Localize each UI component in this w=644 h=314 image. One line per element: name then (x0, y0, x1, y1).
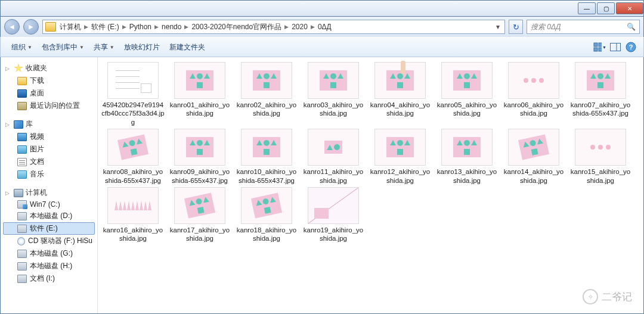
search-placeholder: 搜索 0ΔД (531, 22, 561, 32)
sidebar-item-recent[interactable]: 最近访问的位置 (3, 100, 95, 112)
navigation-sidebar: ▷收藏夹 下载 桌面 最近访问的位置 ▷库 视频 图片 文档 音乐 ▷计算机 W… (1, 57, 98, 313)
svg-rect-3 (599, 48, 602, 51)
sidebar-item-drive-e[interactable]: 软件 (E:) (3, 222, 95, 235)
window-close-button[interactable]: ✕ (616, 2, 643, 14)
file-thumbnail[interactable]: kanro05_akihiro_yoshida.jpg (434, 62, 500, 126)
file-thumbnail[interactable]: kanro01_akihiro_yoshida.jpg (167, 62, 233, 126)
file-thumbnail[interactable]: 459420b2947e9194cfb40ccc75f3a3d4.jpg (100, 62, 166, 126)
breadcrumb-item[interactable]: 0ΔД (318, 23, 332, 31)
file-thumbnail[interactable]: kanro08_akihiro_yoshida-655x437.jpg (100, 129, 166, 185)
music-icon (17, 170, 27, 179)
sidebar-item-drive-g[interactable]: 本地磁盘 (G:) (3, 247, 95, 260)
file-name-label: kanro02_akihiro_yoshida.jpg (235, 101, 298, 118)
file-thumbnail[interactable]: kanro04_akihiro_yoshida.jpg (367, 62, 433, 126)
star-icon (14, 64, 23, 73)
refresh-button[interactable]: ↻ (509, 20, 523, 34)
sidebar-item-drive-c[interactable]: Win7 (C:) (3, 199, 95, 210)
file-thumbnail[interactable]: kanro14_akihiro_yoshida.jpg (501, 129, 566, 185)
file-name-label: kanro18_akihiro_yoshida.jpg (235, 226, 298, 243)
sidebar-item-drive-i[interactable]: 文档 (I:) (3, 272, 95, 285)
svg-text:?: ? (629, 43, 633, 51)
sidebar-group-libraries[interactable]: ▷库 (3, 118, 95, 130)
path-dropdown-icon[interactable]: ▾ (494, 23, 502, 31)
cd-drive-icon (17, 237, 25, 245)
breadcrumb-item[interactable]: nendo (162, 23, 181, 31)
pictures-icon (17, 145, 27, 154)
file-name-label: kanro12_akihiro_yoshida.jpg (369, 167, 432, 185)
command-bar: 组织▼ 包含到库中▼ 共享▼ 放映幻灯片 新建文件夹 ▼ ? (0, 37, 644, 57)
file-thumbnail[interactable]: kanro07_akihiro_yoshida-655x437.jpg (568, 62, 633, 126)
sidebar-item-drive-f[interactable]: CD 驱动器 (F:) HiSu (3, 235, 95, 247)
drive-icon (17, 212, 27, 220)
sidebar-group-computer[interactable]: ▷计算机 (3, 186, 95, 199)
help-button[interactable]: ? (624, 41, 637, 54)
sidebar-item-desktop[interactable]: 桌面 (3, 87, 95, 100)
file-thumbnail[interactable]: kanro03_akihiro_yoshida.jpg (301, 62, 366, 126)
file-name-label: kanro17_akihiro_yoshida.jpg (168, 226, 231, 243)
drive-icon (17, 275, 27, 283)
file-name-label: kanro06_akihiro_yoshida.jpg (502, 101, 565, 118)
file-thumbnail[interactable]: kanro15_akihiro_yoshida.jpg (568, 129, 633, 185)
file-thumbnail[interactable]: kanro10_akihiro_yoshida-655x437.jpg (234, 129, 299, 185)
svg-rect-4 (611, 43, 621, 51)
search-input[interactable]: 搜索 0ΔД 🔍 (527, 20, 640, 34)
sidebar-item-drive-d[interactable]: 本地磁盘 (D:) (3, 210, 95, 222)
include-in-library-menu[interactable]: 包含到库中▼ (37, 40, 89, 55)
file-thumbnail[interactable]: kanro16_akihiro_yoshida.jpg (100, 187, 166, 243)
sidebar-item-music[interactable]: 音乐 (3, 168, 95, 181)
drive-icon (17, 250, 27, 258)
new-folder-button[interactable]: 新建文件夹 (165, 40, 210, 55)
sidebar-item-drive-h[interactable]: 本地磁盘 (H:) (3, 260, 95, 272)
breadcrumb-item[interactable]: Python (129, 23, 151, 31)
breadcrumb-item[interactable]: 2003-2020年nendo官网作品 (191, 22, 281, 32)
sidebar-item-videos[interactable]: 视频 (3, 130, 95, 143)
file-name-label: kanro05_akihiro_yoshida.jpg (435, 101, 499, 118)
nav-back-button[interactable]: ◄ (4, 19, 20, 35)
video-icon (17, 133, 27, 141)
sidebar-item-pictures[interactable]: 图片 (3, 143, 95, 156)
file-name-label: kanro03_akihiro_yoshida.jpg (302, 101, 365, 118)
computer-icon (14, 189, 23, 197)
file-thumbnail[interactable]: kanro09_akihiro_yoshida-655x437.jpg (167, 129, 233, 185)
slideshow-button[interactable]: 放映幻灯片 (119, 40, 165, 55)
search-icon[interactable]: 🔍 (627, 23, 636, 31)
breadcrumb-item[interactable]: 2020 (292, 23, 308, 31)
file-name-label: kanro15_akihiro_yoshida.jpg (569, 167, 632, 185)
file-name-label: kanro04_akihiro_yoshida.jpg (369, 101, 432, 118)
breadcrumb-path[interactable]: 计算机▶ 软件 (E:)▶ Python▶ nendo▶ 2003-2020年n… (42, 20, 505, 34)
window-minimize-button[interactable]: — (578, 2, 596, 14)
file-name-label: kanro11_akihiro_yoshida.jpg (302, 167, 365, 185)
file-thumbnail[interactable]: kanro18_akihiro_yoshida.jpg (234, 187, 299, 243)
sidebar-item-downloads[interactable]: 下载 (3, 74, 95, 87)
library-icon (14, 120, 23, 129)
file-thumbnail[interactable]: kanro11_akihiro_yoshida.jpg (301, 129, 366, 185)
svg-rect-0 (594, 43, 597, 46)
file-name-label: kanro13_akihiro_yoshida.jpg (435, 167, 499, 185)
file-thumbnail[interactable]: kanro12_akihiro_yoshida.jpg (367, 129, 433, 185)
sidebar-item-documents[interactable]: 文档 (3, 156, 95, 168)
desktop-icon (17, 89, 27, 98)
sidebar-group-favorites[interactable]: ▷收藏夹 (3, 62, 95, 74)
window-titlebar: — ▢ ✕ (0, 0, 644, 17)
preview-pane-button[interactable] (609, 41, 622, 54)
file-name-label: kanro07_akihiro_yoshida-655x437.jpg (569, 101, 632, 118)
file-thumbnail[interactable]: kanro02_akihiro_yoshida.jpg (234, 62, 299, 126)
file-name-label: kanro19_akihiro_yoshida.jpg (302, 226, 365, 243)
share-menu[interactable]: 共享▼ (89, 40, 119, 55)
file-thumbnail[interactable]: kanro17_akihiro_yoshida.jpg (167, 187, 233, 243)
file-name-label: kanro16_akihiro_yoshida.jpg (101, 226, 165, 243)
nav-forward-button[interactable]: ► (23, 19, 39, 35)
documents-icon (17, 158, 27, 166)
breadcrumb-item[interactable]: 计算机 (60, 22, 81, 32)
file-name-label: kanro10_akihiro_yoshida-655x437.jpg (235, 167, 298, 185)
window-maximize-button[interactable]: ▢ (597, 2, 615, 14)
file-thumbnail[interactable]: kanro19_akihiro_yoshida.jpg (301, 187, 366, 243)
file-thumbnail[interactable]: kanro06_akihiro_yoshida.jpg (501, 62, 566, 126)
file-thumbnail[interactable]: kanro13_akihiro_yoshida.jpg (434, 129, 500, 185)
breadcrumb-sep: ▶ (81, 24, 91, 30)
view-options-button[interactable]: ▼ (593, 41, 606, 54)
organize-menu[interactable]: 组织▼ (7, 40, 37, 55)
breadcrumb-item[interactable]: 软件 (E:) (91, 22, 119, 32)
file-list-pane[interactable]: 459420b2947e9194cfb40ccc75f3a3d4.jpgkanr… (98, 57, 643, 313)
file-name-label: 459420b2947e9194cfb40ccc75f3a3d4.jpg (101, 101, 165, 126)
